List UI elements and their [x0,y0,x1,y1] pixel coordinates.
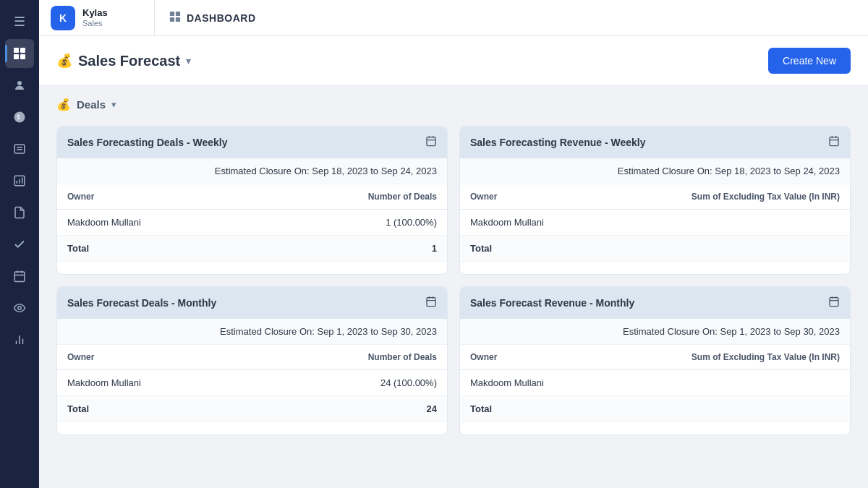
card-monthly-revenue-calendar-icon[interactable] [828,296,840,310]
brand-name: Kylas [82,7,108,19]
sidebar-item-calendar[interactable] [5,262,34,291]
sidebar-item-documents[interactable] [5,198,34,227]
page-title-dropdown-icon[interactable]: ▾ [186,55,191,67]
page-title: Sales Forecast [78,53,180,69]
create-new-button[interactable]: Create New [768,48,851,74]
brand-subtitle: Sales [82,19,108,28]
row-owner: Makdoom Mullani [460,210,600,236]
table-row-total: Total 24 [57,396,447,422]
total-value [600,236,850,262]
svg-rect-24 [170,17,174,21]
topnav-title: DASHBOARD [187,12,256,24]
table-row-total: Total [460,236,850,262]
row-owner: Makdoom Mullani [460,370,600,396]
sidebar-item-analytics[interactable] [5,325,34,354]
card-weekly-deals-table: Estimated Closure On: Sep 18, 2023 to Se… [57,158,447,262]
row-value [600,370,850,396]
card-monthly-deals-title: Sales Forecast Deals - Monthly [67,297,216,309]
brand-logo: K [51,6,75,30]
card-monthly-deals-calendar-icon[interactable] [425,296,437,310]
card-weekly-deals-title: Sales Forecasting Deals - Weekly [67,137,228,148]
card-monthly-deals-body: Estimated Closure On: Sep 1, 2023 to Sep… [57,319,447,435]
svg-text:$: $ [17,114,20,121]
sidebar: ☰ $ [0,0,39,488]
card-weekly-revenue-table: Estimated Closure On: Sep 18, 2023 to Se… [460,158,850,262]
svg-point-18 [18,307,22,310]
col-revenue-header: Sum of Excluding Tax Value (In INR) [600,345,850,370]
page-header: 💰 Sales Forecast ▾ Create New [39,36,868,86]
svg-rect-22 [170,11,174,15]
table-row: Makdoom Mullani [460,210,850,236]
col-deals-header: Number of Deals [257,345,447,370]
deals-label: Deals [77,98,106,111]
sidebar-item-reports[interactable] [5,166,34,195]
table-row-total: Total [460,396,850,422]
dashboard-nav-icon [169,11,181,25]
card-weekly-revenue-header: Sales Forecasting Revenue - Weekly [460,127,850,158]
brand-text: Kylas Sales [82,7,108,28]
cards-grid: Sales Forecasting Deals - Weekly Est [39,126,868,453]
col-owner-header: Owner [57,184,257,210]
row-owner: Makdoom Mullani [57,370,257,396]
deals-bag-icon: 💰 [56,98,71,111]
table-row: Makdoom Mullani 1 (100.00%) [57,210,447,236]
card-monthly-revenue-table: Estimated Closure On: Sep 1, 2023 to Sep… [460,319,850,422]
svg-rect-34 [427,298,435,307]
col-owner-header: Owner [460,345,600,370]
col-revenue-header: Sum of Excluding Tax Value (In INR) [600,184,850,210]
svg-rect-30 [830,137,838,146]
content-area: 💰 Sales Forecast ▾ Create New 💰 Deals ▾ … [39,36,868,488]
total-value: 24 [257,396,447,422]
col-owner-header: Owner [57,345,257,370]
page-title-wrap[interactable]: 💰 Sales Forecast ▾ [56,53,191,69]
svg-rect-0 [14,48,19,53]
card-monthly-deals-header: Sales Forecast Deals - Monthly [57,287,447,319]
card-weekly-deals-subtitle: Estimated Closure On: Sep 18, 2023 to Se… [57,158,447,184]
menu-toggle[interactable]: ☰ [5,7,34,36]
topnav-title-section: DASHBOARD [155,0,271,35]
sidebar-item-signals[interactable] [5,294,34,322]
total-label: Total [460,396,600,422]
card-monthly-revenue-body: Estimated Closure On: Sep 1, 2023 to Sep… [460,319,850,435]
sidebar-item-contacts2[interactable] [5,134,34,163]
total-label: Total [57,236,257,262]
card-weekly-revenue-calendar-icon[interactable] [828,135,840,150]
svg-rect-1 [20,48,25,53]
svg-point-4 [17,81,22,85]
card-weekly-deals: Sales Forecasting Deals - Weekly Est [56,126,448,275]
col-owner-header: Owner [460,184,600,210]
table-row-total: Total 1 [57,236,447,262]
row-value: 1 (100.00%) [257,210,447,236]
sidebar-item-contacts[interactable] [5,71,34,100]
card-monthly-deals-table: Estimated Closure On: Sep 1, 2023 to Sep… [57,319,447,422]
total-label: Total [57,396,257,422]
card-monthly-deals-subtitle: Estimated Closure On: Sep 1, 2023 to Sep… [57,319,447,345]
table-row: Makdoom Mullani [460,370,850,396]
svg-rect-3 [20,54,25,59]
col-deals-header: Number of Deals [257,184,447,210]
sidebar-item-deals[interactable]: $ [5,103,34,132]
card-weekly-revenue-body: Estimated Closure On: Sep 18, 2023 to Se… [460,158,850,274]
row-owner: Makdoom Mullani [57,210,257,236]
sidebar-item-dashboard[interactable] [5,39,34,68]
deals-section-header: 💰 Deals ▾ [39,86,868,126]
card-monthly-deals: Sales Forecast Deals - Monthly Estim [56,286,448,435]
row-value: 24 (100.00%) [257,370,447,396]
card-weekly-deals-body: Estimated Closure On: Sep 18, 2023 to Se… [57,158,447,274]
deals-toggle[interactable]: 💰 Deals ▾ [56,98,851,111]
svg-rect-2 [14,54,19,59]
deals-chevron-icon[interactable]: ▾ [111,99,116,110]
card-weekly-revenue: Sales Forecasting Revenue - Weekly E [459,126,851,275]
total-value [600,396,850,422]
brand-section: K Kylas Sales [39,0,155,35]
svg-rect-38 [830,298,838,307]
card-weekly-revenue-subtitle: Estimated Closure On: Sep 18, 2023 to Se… [460,158,850,184]
svg-rect-23 [176,11,180,15]
card-monthly-revenue: Sales Forecast Revenue - Monthly Est [459,286,851,435]
total-label: Total [460,236,600,262]
card-weekly-deals-header: Sales Forecasting Deals - Weekly [57,127,447,158]
card-weekly-deals-calendar-icon[interactable] [425,135,437,150]
svg-rect-14 [14,272,25,282]
row-value [600,210,850,236]
sidebar-item-tasks[interactable] [5,230,34,259]
